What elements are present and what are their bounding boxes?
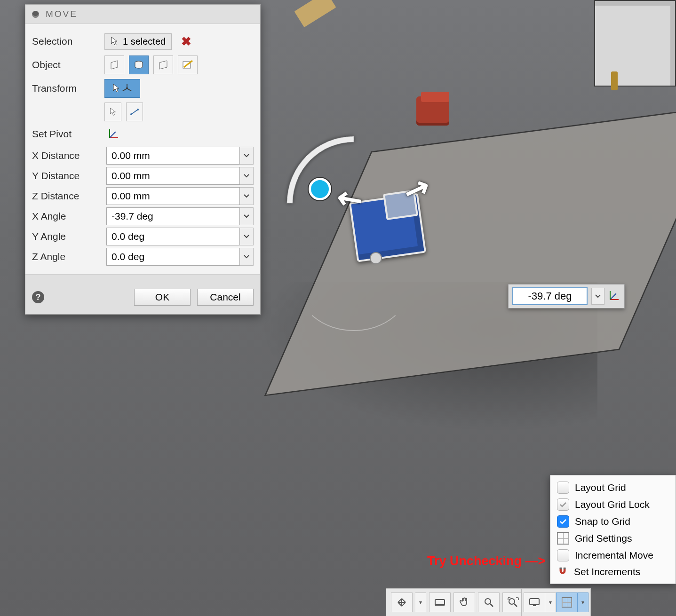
z-distance-input[interactable] — [106, 187, 240, 205]
menu-label: Layout Grid Lock — [575, 499, 650, 510]
incremental-move-toggle[interactable]: Incremental Move — [550, 547, 676, 564]
chevron-down-icon — [244, 194, 249, 198]
set-pivot-button[interactable] — [104, 125, 123, 143]
pivot-axes-icon[interactable] — [608, 291, 620, 302]
x-angle-dropdown[interactable] — [240, 207, 254, 225]
y-distance-dropdown[interactable] — [240, 167, 254, 185]
x-distance-label: X Distance — [32, 150, 106, 161]
pivot-axes-icon — [108, 128, 120, 140]
svg-line-7 — [131, 110, 138, 114]
orbit-dropdown[interactable]: ▾ — [415, 592, 426, 612]
transform-label: Transform — [32, 83, 98, 94]
viewport-angle-input-group — [508, 284, 625, 308]
layout-grid-lock-toggle[interactable]: Layout Grid Lock — [550, 496, 676, 513]
svg-rect-17 — [533, 605, 536, 606]
svg-line-15 — [514, 604, 517, 607]
display-toolbar: ▾ ▾ — [521, 588, 591, 616]
chevron-down-icon — [595, 294, 601, 298]
checkbox-unchecked-icon — [557, 549, 569, 561]
svg-rect-8 — [560, 568, 562, 569]
move-dialog: MOVE Selection 1 selected ✖ Object — [25, 4, 261, 315]
display-style-button[interactable] — [524, 592, 545, 612]
navigation-toolbar: ▾ — [386, 588, 529, 616]
grid-snap-button[interactable] — [556, 592, 578, 612]
menu-label: Set Increments — [574, 566, 640, 577]
svg-point-14 — [509, 599, 515, 604]
x-angle-input[interactable] — [106, 207, 240, 225]
pan-icon — [459, 597, 470, 608]
grid-snap-dropdown[interactable]: ▾ — [578, 592, 589, 612]
viewport-angle-dropdown[interactable] — [591, 288, 604, 305]
orbit-button[interactable] — [391, 592, 413, 612]
display-style-dropdown[interactable]: ▾ — [545, 592, 556, 612]
selection-count: 1 selected — [123, 36, 166, 47]
y-angle-input[interactable] — [106, 228, 240, 245]
svg-rect-9 — [564, 568, 566, 569]
z-angle-dropdown[interactable] — [240, 248, 254, 266]
transform-translate-button[interactable] — [104, 103, 121, 121]
user-annotation: Try Unchecking —> — [427, 554, 545, 569]
triad-icon — [122, 83, 132, 94]
y-distance-input[interactable] — [106, 167, 240, 185]
rotation-handle[interactable] — [309, 178, 331, 200]
x-distance-input[interactable] — [106, 147, 240, 165]
magnet-icon — [557, 566, 568, 577]
transform-rotate-button[interactable] — [126, 103, 143, 121]
sketch-icon — [182, 60, 193, 70]
cursor-icon — [112, 84, 120, 93]
menu-label: Incremental Move — [575, 550, 653, 561]
set-increments-item[interactable]: Set Increments — [550, 564, 676, 580]
object-faces-button[interactable] — [104, 55, 124, 74]
chevron-down-icon — [244, 214, 249, 218]
checkbox-checked-icon — [557, 515, 569, 528]
checkbox-unchecked-icon — [557, 482, 569, 494]
collapse-icon[interactable] — [32, 11, 39, 18]
object-components-button[interactable] — [153, 55, 173, 74]
look-at-button[interactable] — [429, 592, 451, 612]
dialog-titlebar[interactable]: MOVE — [25, 5, 260, 24]
display-style-icon — [529, 598, 540, 607]
viewport-angle-input[interactable] — [512, 287, 588, 305]
z-angle-input[interactable] — [106, 248, 240, 266]
dialog-separator — [25, 274, 260, 282]
svg-rect-11 — [435, 604, 445, 606]
body-icon — [134, 60, 144, 70]
chevron-down-icon — [244, 174, 249, 178]
y-distance-label: Y Distance — [32, 170, 106, 182]
pan-button[interactable] — [453, 592, 475, 612]
object-label: Object — [32, 59, 98, 71]
zoom-button[interactable] — [478, 592, 500, 612]
grid-icon — [557, 532, 569, 545]
y-angle-label: Y Angle — [32, 231, 106, 242]
x-distance-dropdown[interactable] — [240, 147, 254, 165]
cancel-button[interactable]: Cancel — [197, 289, 254, 306]
model-part-tan — [294, 0, 336, 27]
object-sketch-button[interactable] — [178, 55, 198, 74]
svg-line-13 — [490, 604, 493, 607]
snap-to-grid-toggle[interactable]: Snap to Grid — [550, 513, 676, 530]
set-pivot-label: Set Pivot — [32, 128, 98, 140]
y-angle-dropdown[interactable] — [240, 228, 254, 245]
transform-freemove-button[interactable] — [104, 79, 140, 98]
chevron-down-icon — [244, 255, 249, 259]
svg-marker-2 — [159, 61, 167, 69]
zoom-icon — [483, 597, 494, 608]
object-bodies-button[interactable] — [129, 55, 149, 74]
checkbox-mixed-icon — [557, 498, 569, 511]
clear-selection-button[interactable]: ✖ — [178, 34, 194, 49]
look-icon — [434, 597, 446, 608]
selection-chip[interactable]: 1 selected — [104, 33, 172, 50]
svg-point-12 — [485, 599, 491, 604]
grid-settings-item[interactable]: Grid Settings — [550, 530, 676, 547]
chevron-down-icon — [244, 235, 249, 238]
help-button[interactable]: ? — [32, 291, 44, 303]
grid-snap-popup: Layout Grid Layout Grid Lock Snap to Gri… — [550, 475, 676, 584]
grid-icon — [562, 597, 572, 608]
x-angle-label: X Angle — [32, 211, 106, 222]
component-icon — [158, 60, 168, 70]
layout-grid-toggle[interactable]: Layout Grid — [550, 479, 676, 496]
menu-label: Grid Settings — [575, 533, 632, 544]
cursor-icon — [110, 108, 116, 116]
z-distance-dropdown[interactable] — [240, 187, 254, 205]
ok-button[interactable]: OK — [134, 289, 191, 306]
